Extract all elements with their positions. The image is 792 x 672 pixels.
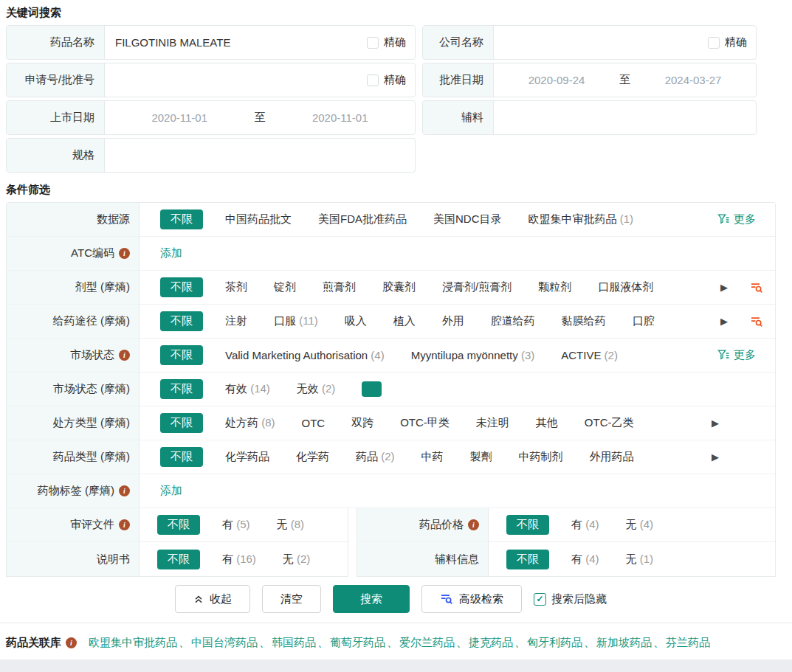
- filter-option[interactable]: 不限: [160, 413, 203, 433]
- filter-option[interactable]: 外用药品: [590, 450, 634, 464]
- exact-checkbox[interactable]: [367, 37, 379, 49]
- filter-option[interactable]: 欧盟集中审批药品 (1): [528, 212, 634, 226]
- filter-option[interactable]: 不限: [160, 379, 203, 399]
- related-db-link[interactable]: 匈牙利药品: [527, 636, 582, 650]
- info-icon[interactable]: i: [119, 248, 130, 259]
- related-db-link[interactable]: 捷克药品: [469, 636, 513, 650]
- related-db-link[interactable]: 新加坡药品: [596, 636, 652, 650]
- filter-option[interactable]: 无 (4): [626, 518, 654, 532]
- filter-option[interactable]: 不限: [160, 311, 203, 331]
- approval-date-from[interactable]: 2020-09-24: [494, 74, 619, 86]
- filter-option[interactable]: 不限: [157, 550, 200, 569]
- filter-option[interactable]: OTC-甲类: [400, 416, 450, 430]
- related-db-link[interactable]: 芬兰药品: [666, 636, 710, 650]
- related-db-link[interactable]: 爱尔兰药品: [399, 636, 455, 650]
- search-in-list-icon[interactable]: [750, 315, 763, 328]
- filter-option[interactable]: 胶囊剂: [382, 280, 416, 294]
- related-db-link[interactable]: 葡萄牙药品: [330, 636, 385, 650]
- filter-option[interactable]: ACTIVE (2): [561, 349, 618, 361]
- spec-input[interactable]: [114, 148, 406, 162]
- atc-add-link[interactable]: 添加: [160, 246, 182, 260]
- search-in-list-icon[interactable]: [750, 281, 763, 294]
- data-source-more-link[interactable]: 更多: [717, 212, 756, 226]
- market-status-more-link[interactable]: 更多: [717, 348, 756, 362]
- filter-option[interactable]: 药品 (2): [356, 450, 395, 464]
- filter-option[interactable]: 不限: [160, 345, 203, 365]
- filter-option[interactable]: 口服液体剂: [598, 280, 653, 294]
- drug-name-input[interactable]: [114, 35, 359, 49]
- filter-option[interactable]: 口服 (11): [274, 314, 318, 328]
- filter-option[interactable]: OTC-乙类: [585, 416, 634, 430]
- filter-option[interactable]: 不限: [157, 515, 200, 535]
- info-icon[interactable]: i: [119, 519, 130, 530]
- filter-option[interactable]: 有效 (14): [225, 382, 270, 396]
- search-button[interactable]: 搜索: [333, 585, 410, 613]
- filter-option[interactable]: 口腔: [633, 314, 655, 328]
- filter-option[interactable]: 有 (16): [222, 553, 256, 567]
- filter-option[interactable]: 中药制剂: [519, 450, 563, 464]
- filter-option-blank[interactable]: [362, 381, 382, 397]
- info-icon[interactable]: i: [468, 519, 479, 530]
- filter-option[interactable]: 浸膏剂/煎膏剂: [442, 280, 512, 294]
- filter-option[interactable]: 化学药: [296, 450, 329, 464]
- advanced-search-button[interactable]: 高级检索: [421, 585, 522, 613]
- filter-option[interactable]: 美国FDA批准药品: [318, 212, 407, 226]
- drug-tag-add-link[interactable]: 添加: [160, 484, 182, 498]
- filter-option[interactable]: 製劑: [470, 450, 492, 464]
- exact-checkbox[interactable]: [708, 37, 720, 49]
- filter-option[interactable]: 黏膜给药: [562, 314, 606, 328]
- filter-option[interactable]: 不限: [160, 277, 203, 297]
- filter-option[interactable]: Valid Marketing Authorisation (4): [225, 349, 385, 361]
- collapse-button[interactable]: 收起: [175, 585, 250, 613]
- filter-option[interactable]: 其他: [536, 416, 558, 430]
- filter-option[interactable]: 煎膏剂: [323, 280, 356, 294]
- filter-option[interactable]: 无 (1): [626, 553, 654, 567]
- filter-option[interactable]: 吸入: [345, 314, 367, 328]
- clear-button[interactable]: 清空: [262, 585, 321, 613]
- expand-arrow-icon[interactable]: ▶: [712, 451, 719, 463]
- related-db-link[interactable]: 欧盟集中审批药品: [89, 636, 177, 650]
- exact-checkbox[interactable]: [367, 75, 379, 86]
- filter-option[interactable]: 未注明: [476, 416, 509, 430]
- related-db-link[interactable]: 中国台湾药品: [191, 636, 258, 650]
- filter-option[interactable]: 有 (4): [571, 553, 599, 567]
- filter-option[interactable]: 中药: [421, 450, 444, 464]
- market-date-from[interactable]: 2020-11-01: [105, 111, 255, 124]
- info-icon[interactable]: i: [119, 485, 130, 496]
- filter-option[interactable]: 化学药品: [225, 450, 269, 464]
- info-icon[interactable]: i: [66, 637, 77, 648]
- filter-option[interactable]: 锭剂: [274, 280, 296, 294]
- application-no-input[interactable]: [114, 73, 359, 87]
- hide-after-search-toggle[interactable]: ✓ 搜索后隐藏: [534, 592, 607, 606]
- filter-option[interactable]: 植入: [393, 314, 416, 328]
- related-db-link[interactable]: 韩国药品: [272, 636, 316, 650]
- filter-option[interactable]: 腔道给药: [491, 314, 535, 328]
- filter-option[interactable]: 颗粒剂: [538, 280, 571, 294]
- filter-option[interactable]: 处方药 (8): [225, 416, 275, 430]
- filter-option[interactable]: 不限: [160, 209, 203, 229]
- filter-option[interactable]: 外用: [442, 314, 464, 328]
- filter-option[interactable]: 美国NDC目录: [433, 212, 502, 226]
- filter-option[interactable]: 不限: [506, 550, 549, 569]
- approval-date-to[interactable]: 2024-03-27: [630, 74, 756, 86]
- info-icon[interactable]: i: [119, 350, 130, 361]
- filter-option[interactable]: 不限: [160, 447, 203, 467]
- filter-option[interactable]: 有 (5): [222, 518, 250, 532]
- expand-arrow-icon[interactable]: ▶: [712, 418, 719, 429]
- expand-arrow-icon[interactable]: ▶: [720, 316, 728, 327]
- filter-option[interactable]: 茶剂: [225, 280, 247, 294]
- filter-option[interactable]: 双跨: [351, 416, 373, 430]
- filter-option[interactable]: 有 (4): [571, 518, 599, 532]
- filter-option[interactable]: 无 (2): [283, 553, 311, 567]
- filter-option[interactable]: 无效 (2): [297, 382, 336, 396]
- company-name-input[interactable]: [503, 35, 700, 49]
- filter-option[interactable]: 无 (8): [277, 518, 305, 532]
- filter-option[interactable]: 中国药品批文: [225, 212, 292, 226]
- expand-arrow-icon[interactable]: ▶: [720, 282, 728, 293]
- filter-option[interactable]: 注射: [225, 314, 247, 328]
- market-date-to[interactable]: 2020-11-01: [266, 111, 416, 124]
- filter-option[interactable]: 不限: [506, 515, 549, 535]
- excipient-input[interactable]: [503, 111, 747, 125]
- filter-option[interactable]: Myyntilupa myönnetty (3): [411, 349, 535, 361]
- filter-option[interactable]: OTC: [302, 417, 326, 429]
